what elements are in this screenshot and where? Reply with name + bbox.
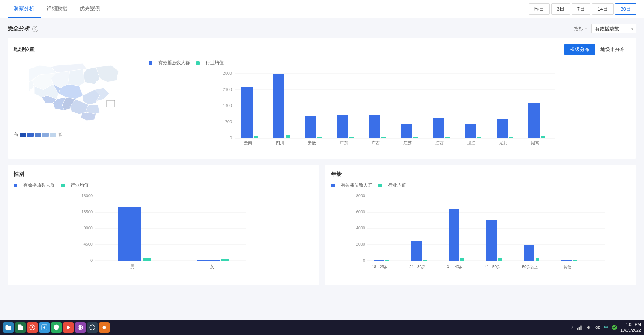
bar-guangdong-teal xyxy=(349,137,354,138)
city-dist-btn[interactable]: 地级市分布 xyxy=(595,44,630,55)
top-nav: 洞察分析 详细数据 优秀案例 昨日 3日 7日 14日 30日 xyxy=(0,0,644,18)
svg-text:湖南: 湖南 xyxy=(531,140,539,145)
svg-text:4000: 4000 xyxy=(356,226,365,230)
audience-title: 受众分析 ? xyxy=(8,25,38,32)
geo-section: 地理位置 省级分布 地级市分布 xyxy=(8,38,636,159)
date-btn-yesterday[interactable]: 昨日 xyxy=(529,3,550,15)
age-title: 年龄 xyxy=(331,171,630,178)
bar-24-30-blue xyxy=(411,241,422,261)
svg-text:女: 女 xyxy=(210,264,214,269)
svg-text:8000: 8000 xyxy=(356,193,365,198)
svg-text:24～30岁: 24～30岁 xyxy=(409,265,425,269)
gender-legend-teal-dot xyxy=(61,184,65,187)
bar-41-50-teal xyxy=(498,258,502,261)
legend-block-2 xyxy=(27,133,34,137)
date-btn-3d[interactable]: 3日 xyxy=(551,3,570,15)
svg-text:江西: 江西 xyxy=(435,140,444,145)
age-legend-teal-label: 行业均值 xyxy=(388,182,406,189)
svg-text:0: 0 xyxy=(230,136,232,140)
tab-detail[interactable]: 详细数据 xyxy=(41,0,74,18)
dist-buttons: 省级分布 地级市分布 xyxy=(564,44,630,55)
svg-text:31～40岁: 31～40岁 xyxy=(447,265,463,269)
geo-bar-chart: 有效播放数人群 行业均值 2800 2100 1400 700 0 xyxy=(149,60,630,153)
main-content: 受众分析 ? 指标： 有效播放数 地理位置 省级分布 地级市分布 xyxy=(0,18,644,291)
age-section: 年龄 有效播放数人群 行业均值 8000 6000 4000 2000 0 xyxy=(325,165,636,285)
age-legend-blue-dot xyxy=(331,184,335,187)
svg-text:2100: 2100 xyxy=(223,87,232,92)
svg-text:2800: 2800 xyxy=(223,71,232,75)
date-btn-14d[interactable]: 14日 xyxy=(592,3,613,15)
svg-text:四川: 四川 xyxy=(276,140,284,145)
bar-31-40-blue xyxy=(449,209,459,261)
geo-title: 地理位置 xyxy=(14,46,35,53)
china-map-svg xyxy=(14,60,141,127)
gender-legend-blue-label: 有效播放数人群 xyxy=(23,182,55,189)
bar-sichuan-teal xyxy=(286,135,290,138)
bar-female-teal xyxy=(221,259,229,261)
svg-text:4500: 4500 xyxy=(84,242,93,246)
bar-jiangsu-blue xyxy=(401,124,412,138)
bar-yunnan-blue xyxy=(241,87,253,138)
age-chart-legend: 有效播放数人群 行业均值 xyxy=(331,182,630,189)
help-icon[interactable]: ? xyxy=(32,26,38,32)
bar-anhui-teal xyxy=(317,137,322,138)
geo-legend-teal-label: 行业均值 xyxy=(206,60,224,66)
bar-guangxi-teal xyxy=(381,137,386,138)
map-container: 高 低 xyxy=(14,60,141,138)
date-btn-30d[interactable]: 30日 xyxy=(615,3,636,15)
bar-female-blue xyxy=(197,260,220,261)
legend-low: 低 xyxy=(58,131,62,138)
province-dist-btn[interactable]: 省级分布 xyxy=(564,44,595,55)
svg-text:0: 0 xyxy=(90,258,93,263)
age-legend-blue-label: 有效播放数人群 xyxy=(341,182,372,189)
gender-chart-legend: 有效播放数人群 行业均值 xyxy=(14,182,313,189)
tab-case[interactable]: 优秀案例 xyxy=(74,0,107,18)
svg-text:9000: 9000 xyxy=(84,226,93,230)
svg-text:其他: 其他 xyxy=(564,265,571,269)
svg-text:湖北: 湖北 xyxy=(499,140,507,145)
indicator-label: 指标： xyxy=(574,26,588,32)
svg-text:18000: 18000 xyxy=(81,193,93,198)
bar-anhui-blue xyxy=(305,116,316,138)
bar-50plus-teal xyxy=(536,258,539,261)
geo-legend-blue-dot xyxy=(149,61,152,65)
legend-block-5 xyxy=(50,133,56,137)
gender-chart-svg: 18000 13500 9000 4500 0 男 女 xyxy=(14,192,313,278)
bar-male-blue xyxy=(118,207,141,261)
audience-title-text: 受众分析 xyxy=(8,25,30,32)
gender-section: 性别 有效播放数人群 行业均值 18000 13500 9000 4500 0 xyxy=(8,165,319,285)
indicator-select-wrapper: 有效播放数 xyxy=(591,24,636,33)
svg-text:700: 700 xyxy=(225,119,232,124)
gender-title: 性别 xyxy=(14,171,313,178)
svg-text:安徽: 安徽 xyxy=(308,140,316,145)
bar-jiangxi-teal xyxy=(445,137,450,138)
bar-24-30-teal xyxy=(423,260,427,261)
svg-text:男: 男 xyxy=(130,264,135,269)
bar-zhejiang-blue xyxy=(465,124,476,138)
bottom-sections: 性别 有效播放数人群 行业均值 18000 13500 9000 4500 0 xyxy=(8,165,636,285)
bar-18-23-blue xyxy=(374,260,384,261)
bar-guangdong-blue xyxy=(337,115,348,138)
bar-jiangsu-teal xyxy=(413,137,418,138)
svg-text:广东: 广东 xyxy=(340,140,348,145)
age-chart-svg: 8000 6000 4000 2000 0 18～23岁 24～30岁 xyxy=(331,192,630,278)
legend-block-4 xyxy=(42,133,49,137)
geo-legend-blue-label: 有效播放数人群 xyxy=(158,60,190,66)
svg-text:江苏: 江苏 xyxy=(403,140,412,145)
bar-hunan-blue xyxy=(528,103,540,138)
map-legend: 高 低 xyxy=(14,131,141,138)
bar-50plus-blue xyxy=(524,245,534,261)
date-btn-7d[interactable]: 7日 xyxy=(572,3,590,15)
bar-31-40-teal xyxy=(460,258,464,261)
bar-hubei-blue xyxy=(497,119,508,138)
bar-hubei-teal xyxy=(509,137,513,138)
tab-insight[interactable]: 洞察分析 xyxy=(8,0,41,18)
nav-tabs: 洞察分析 详细数据 优秀案例 xyxy=(8,0,107,18)
indicator-select[interactable]: 有效播放数 xyxy=(591,24,636,33)
svg-text:1400: 1400 xyxy=(223,103,232,108)
geo-chart-legend: 有效播放数人群 行业均值 xyxy=(149,60,630,66)
legend-high: 高 xyxy=(14,131,18,138)
bar-guangxi-blue xyxy=(369,115,380,138)
svg-text:浙江: 浙江 xyxy=(467,140,475,145)
svg-text:18～23岁: 18～23岁 xyxy=(372,265,388,269)
